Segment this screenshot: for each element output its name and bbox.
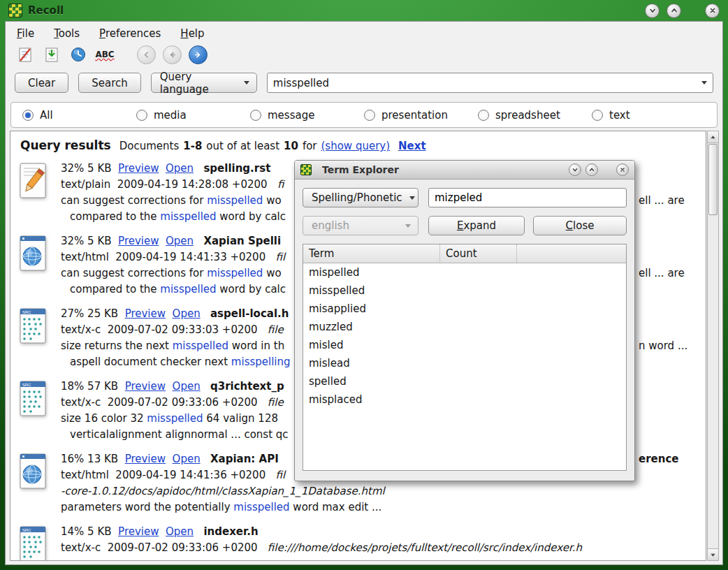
open-link[interactable]: Open [166,235,194,247]
preview-link[interactable]: Preview [118,525,159,538]
result-line: parameters word the potentially misspell… [61,499,706,516]
language-select: english [303,216,418,235]
term-row[interactable]: spelled [303,372,626,390]
term-cell: misplaced [303,393,440,406]
window-titlebar[interactable]: Recoll [0,0,728,21]
count-column-header[interactable]: Count [440,244,517,263]
open-link[interactable]: Open [173,380,201,393]
result-text: misspelled [173,339,228,352]
result-text: word in th [228,339,284,352]
result-text: text/plain 2009-04-19 14:28:08 +0200 [61,178,277,191]
term-row[interactable]: muzzled [303,318,626,336]
arrow-right-icon [194,50,203,59]
term-row[interactable]: misapplied [303,300,626,318]
term-mode-select[interactable]: Spelling/Phonetic [303,188,418,207]
search-query-combo[interactable] [267,73,713,93]
query-language-value: Query language [160,71,237,96]
term-row[interactable]: misplaced [303,390,626,409]
filter-radio-spreadsheet[interactable]: spreadsheet [478,109,592,122]
chevron-down-icon [244,81,249,85]
preview-link[interactable]: Preview [125,453,166,465]
results-scrollbar[interactable] [707,131,719,561]
results-title: Query results [20,138,111,152]
filter-label: media [154,109,187,122]
clear-search-icon[interactable] [15,45,35,64]
preview-link[interactable]: Preview [125,380,166,393]
for-label: for [303,140,317,152]
result-text [194,235,203,247]
scrollbar-thumb[interactable] [708,144,718,215]
search-button[interactable]: Search [78,73,141,93]
term-row[interactable]: mispelled [303,263,626,282]
filter-label: All [40,109,53,122]
dialog-close-button[interactable] [616,163,629,176]
result-text: aspell-local.h [210,307,289,320]
svg-text:SRC: SRC [22,383,31,387]
filter-radio-message[interactable]: message [250,109,364,122]
menu-bar: File Tools Preferences Help [6,22,722,43]
query-language-select[interactable]: Query language [151,73,257,93]
search-history-dropdown[interactable] [696,73,713,92]
radio-icon [136,110,147,121]
result-text: text/x-c 2009-07-02 09:33:06 +0200 [61,396,268,409]
header-filler [517,244,626,263]
term-row[interactable]: mislead [303,354,626,372]
nav-first-button[interactable] [137,45,156,64]
nav-back-button[interactable] [163,45,182,64]
filter-radio-all[interactable]: All [22,109,136,122]
overflow-text-fragment: n word ... [639,338,687,354]
open-link[interactable]: Open [173,307,201,320]
menu-preferences[interactable]: Preferences [99,27,161,40]
term-row[interactable]: misspelled [303,282,626,300]
result-text: 16% 13 KB [61,453,125,465]
open-link[interactable]: Open [173,453,201,465]
term-explorer-abc-icon[interactable]: ABC [95,45,115,64]
category-filter-bar: Allmediamessagepresentationspreadsheette… [10,102,718,128]
next-page-link[interactable]: Next [398,140,426,152]
dialog-close-action-button[interactable]: Close [533,216,627,235]
nav-forward-button[interactable] [189,45,208,64]
term-cell: misled [303,339,440,351]
expand-button[interactable]: Expand [428,216,525,235]
filter-radio-text[interactable]: text [592,109,706,122]
menu-help[interactable]: Help [180,27,204,40]
filter-radio-presentation[interactable]: presentation [364,109,478,122]
preview-link[interactable]: Preview [118,235,159,247]
result-text: word max edit ... [290,501,382,513]
term-row[interactable]: misled [303,336,626,354]
scroll-up-button[interactable] [708,131,718,143]
term-column-header[interactable]: Term [303,244,440,263]
open-link[interactable]: Open [166,525,194,538]
close-button[interactable] [705,3,720,18]
term-mode-value: Spelling/Phonetic [312,191,402,204]
filter-radio-media[interactable]: media [136,109,250,122]
search-input[interactable] [268,77,696,89]
result-text: 64 valign 128 [203,412,278,425]
term-input[interactable] [428,188,627,207]
dialog-controls [569,163,629,176]
result-text: 27% 25 KB [61,307,125,320]
documents-label: Documents [119,140,180,152]
preview-link[interactable]: Preview [125,307,166,320]
term-explorer-dialog: Term Explorer Spelling/Phonetic [294,160,635,481]
preview-link[interactable]: Preview [118,162,159,175]
dialog-maximize-button[interactable] [585,163,598,176]
maximize-button[interactable] [667,3,681,18]
history-icon[interactable] [68,45,88,64]
result-text: text/x-c 2009-07-02 09:33:03 +0200 [61,323,268,336]
dialog-minimize-button[interactable] [569,163,581,176]
chevron-down-icon [701,81,707,85]
menu-file[interactable]: File [17,27,34,40]
chevron-down-icon [648,6,657,15]
clear-button[interactable]: Clear [15,73,68,93]
minimize-button[interactable] [645,3,660,18]
close-icon [619,166,626,173]
show-query-link[interactable]: (show query) [321,140,391,152]
svg-text:SRC: SRC [22,310,31,314]
open-link[interactable]: Open [166,162,194,175]
result-text: size returns the next [61,339,173,352]
update-index-icon[interactable] [42,45,61,64]
menu-tools[interactable]: Tools [54,27,80,40]
scroll-down-button[interactable] [708,548,718,560]
term-explorer-titlebar[interactable]: Term Explorer [295,161,634,180]
